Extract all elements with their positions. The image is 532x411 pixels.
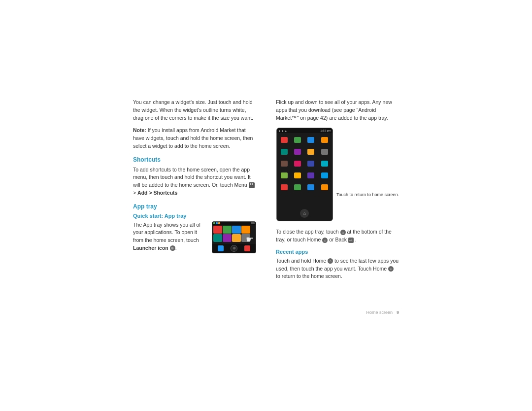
recent-text-3: to return to the home screen. xyxy=(276,273,342,279)
app-cell-15 xyxy=(305,170,317,181)
app-cell-16 xyxy=(319,170,331,181)
status-icons: ▲ ▲ ▲ xyxy=(278,129,287,132)
app-tray-desc-2: . xyxy=(175,245,177,251)
widget-resize-text: You can change a widget's size. Just tou… xyxy=(133,99,256,122)
launcher-icon: ⊕ xyxy=(170,245,175,251)
app-cell-1 xyxy=(278,135,290,145)
home-icon-recent-2: ⌂ xyxy=(388,266,394,272)
shortcuts-heading: Shortcuts xyxy=(133,156,256,163)
app-tray-desc-1: The App tray shows you all of your appli… xyxy=(133,222,200,243)
app-cell-12 xyxy=(319,158,331,169)
quick-start-heading: Quick start: App tray xyxy=(133,213,256,219)
home-icon-recent-1: ⌂ xyxy=(328,258,333,264)
app-cell-10 xyxy=(292,158,303,169)
right-intro-text: Flick up and down to see all of your app… xyxy=(276,99,399,122)
app-cell-5 xyxy=(278,146,290,157)
add-shortcuts-bold: Add > Shortcuts xyxy=(137,190,177,196)
app-cell-7 xyxy=(305,146,317,157)
page: You can change a widget's size. Just tou… xyxy=(0,0,532,411)
shortcuts-body: To add shortcuts to the home screen, ope… xyxy=(133,167,251,188)
app-cell-17 xyxy=(278,182,290,193)
shortcuts-arrow: > xyxy=(133,190,137,196)
app-cell-6 xyxy=(292,146,303,157)
right-column: Flick up and down to see all of your app… xyxy=(276,99,399,280)
app-tray-small-image: ⊕ ☛ xyxy=(212,221,256,253)
close-text-4: . xyxy=(355,237,357,242)
status-time: 1:53 pm xyxy=(320,129,331,132)
app-cell-3 xyxy=(305,135,317,145)
app-cell-13 xyxy=(278,170,290,181)
note-label: Note: xyxy=(133,127,146,133)
phone-large-screenshot: ▲ ▲ ▲ 1:53 pm xyxy=(276,128,333,221)
touch-to-return-label: Touch to return to home screen. xyxy=(336,192,399,198)
back-icon-inline: ↩ xyxy=(348,238,354,243)
app-tray-section: ⊕ ☛ The App tray shows you all of your a… xyxy=(133,221,256,256)
footer-label: Home screen xyxy=(366,310,393,315)
home-icon-inline-1: ⌂ xyxy=(340,230,346,235)
menu-icon: ☷ xyxy=(249,182,255,188)
home-icon-inline-2: ⌂ xyxy=(322,238,328,243)
phone-screenshot-small: ⊕ ☛ xyxy=(212,221,256,253)
phone-status-bar: ▲ ▲ ▲ 1:53 pm xyxy=(277,128,332,133)
content-area: You can change a widget's size. Just tou… xyxy=(133,99,399,280)
app-cell-18 xyxy=(292,182,303,193)
close-text-1: To close the app tray, touch xyxy=(276,229,339,235)
app-cell-4 xyxy=(319,135,331,145)
home-icon-large: ⌂ xyxy=(303,211,306,216)
footer: Home screen 9 xyxy=(366,310,399,315)
app-cell-9 xyxy=(278,158,290,169)
note-body: If you install apps from Android Market … xyxy=(133,127,253,149)
recent-apps-text: Touch and hold Home ⌂ to see the last fe… xyxy=(276,257,399,280)
close-app-tray-text: To close the app tray, touch ⌂ at the bo… xyxy=(276,228,399,244)
recent-text-1: Touch and hold Home xyxy=(276,258,326,264)
touch-label-wrapper: Touch to return to home screen. xyxy=(336,192,399,202)
app-grid xyxy=(277,133,332,194)
app-tray-heading: App tray xyxy=(133,203,256,210)
close-text-3: or Back xyxy=(329,237,347,242)
footer-page-number: 9 xyxy=(397,310,399,315)
app-cell-8 xyxy=(319,146,331,157)
launcher-icon-label: Launcher icon xyxy=(133,245,168,251)
app-cell-2 xyxy=(292,135,303,145)
phone-large-wrapper: ▲ ▲ ▲ 1:53 pm xyxy=(276,128,399,225)
app-cell-11 xyxy=(305,158,317,169)
shortcuts-text: To add shortcuts to the home screen, ope… xyxy=(133,166,256,197)
app-cell-20 xyxy=(319,182,331,193)
recent-apps-heading: Recent apps xyxy=(276,249,399,255)
note-paragraph: Note: If you install apps from Android M… xyxy=(133,127,256,150)
app-cell-14 xyxy=(292,170,303,181)
home-button: ⌂ xyxy=(300,209,309,218)
left-column: You can change a widget's size. Just tou… xyxy=(133,99,256,280)
app-cell-19 xyxy=(305,182,317,193)
